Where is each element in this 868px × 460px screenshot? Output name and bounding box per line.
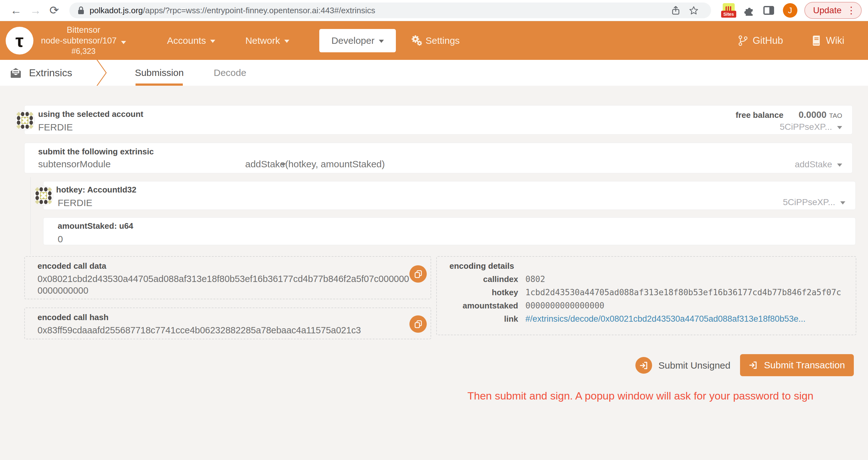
- menu-settings[interactable]: Settings: [411, 35, 460, 46]
- chevron-down-icon: [840, 201, 845, 204]
- share-icon[interactable]: [671, 6, 680, 15]
- url-bar[interactable]: polkadot.js.org/apps/?rpc=wss://entrypoi…: [69, 2, 711, 18]
- encoding-row-hotkey: hotkey 1cbd2d43530a44705ad088af313e18f80…: [440, 288, 850, 301]
- tab-bar: Extrinsics Submission Decode: [0, 60, 868, 86]
- page-title: Extrinsics: [29, 67, 72, 79]
- lock-icon: [78, 6, 85, 15]
- encoded-call-data-box: encoded call data 0x08021cbd2d43530a4470…: [24, 256, 431, 299]
- hotkey-param-value: FERDIE: [58, 198, 136, 208]
- method-dropdown[interactable]: addStake: [795, 159, 842, 169]
- update-label: Update: [813, 5, 841, 15]
- chevron-down-icon: [210, 40, 215, 43]
- chevron-down-icon: [379, 40, 384, 43]
- sidebar-toggle-icon[interactable]: [763, 6, 774, 15]
- hotkey-address-dropdown[interactable]: 5CiPPseXP...: [783, 197, 845, 207]
- chevron-down-icon: [121, 41, 126, 44]
- book-icon: [811, 36, 821, 46]
- copy-icon: [413, 269, 423, 279]
- amount-input[interactable]: 0: [58, 234, 133, 244]
- chevron-down-icon: [284, 40, 289, 43]
- encoding-row-callindex: callindex 0802: [440, 274, 850, 288]
- bookmark-star-icon[interactable]: [689, 6, 699, 15]
- free-balance-value: 0.0000: [799, 110, 827, 120]
- sign-in-icon: [636, 357, 652, 374]
- amount-param-card: amountStaked: u64 0: [43, 218, 856, 245]
- forward-icon[interactable]: →: [30, 5, 41, 16]
- update-button[interactable]: Update ⋮: [804, 2, 862, 19]
- decode-link[interactable]: #/extrinsics/decode/0x08021cbd2d43530a44…: [525, 314, 806, 324]
- encoded-call-data-label: encoded call data: [37, 261, 106, 271]
- account-address-dropdown[interactable]: 5CiPPseXP...: [780, 122, 842, 132]
- node-name[interactable]: node-subtensor/107: [38, 36, 129, 46]
- app-header: τ Bittensor node-subtensor/107 #6,323 Ac…: [0, 21, 868, 60]
- amount-param-label: amountStaked: u64: [58, 221, 133, 231]
- copy-call-data-button[interactable]: [409, 265, 427, 283]
- menu-accounts[interactable]: Accounts: [167, 35, 215, 46]
- sites-extension-label: Sites: [721, 11, 736, 18]
- extensions-puzzle-icon[interactable]: [744, 5, 754, 16]
- browser-window: ← → ⟳ polkadot.js.org/apps/?rpc=wss://en…: [0, 0, 868, 460]
- encoding-details-box: encoding details callindex 0802 hotkey 1…: [436, 256, 856, 335]
- tab-decode[interactable]: Decode: [214, 60, 246, 86]
- encoded-call-hash-box: encoded call hash 0x83ff59cdaaafd2556877…: [24, 307, 431, 339]
- account-name: FERDIE: [38, 122, 144, 133]
- sign-in-icon: [749, 361, 758, 369]
- main-menu: Accounts Network Developer: [167, 29, 490, 52]
- git-branch-icon: [738, 35, 748, 46]
- encoded-call-hash-value: 0x83ff59cdaaafd255687718c7741cce4b062328…: [37, 325, 412, 336]
- block-number: #6,323: [38, 46, 129, 56]
- reload-icon[interactable]: ⟳: [50, 5, 59, 16]
- url-path: /apps/?rpc=wss://entrypoint-finney.opent…: [143, 6, 375, 15]
- profile-avatar[interactable]: J: [783, 3, 797, 18]
- wiki-link[interactable]: Wiki: [811, 35, 844, 46]
- balance-unit: TAO: [829, 112, 842, 120]
- copy-icon: [413, 320, 423, 329]
- bittensor-logo[interactable]: τ: [6, 27, 33, 55]
- instruction-note: Then submit and sign. A popup window wil…: [436, 390, 845, 402]
- account-section-label: using the selected account: [38, 109, 144, 119]
- hotkey-param-label: hotkey: AccountId32: [56, 185, 136, 195]
- encoding-row-amountstaked: amountstaked 0000000000000000: [440, 301, 850, 314]
- method-signature: addStake(hotkey, amountStaked): [245, 159, 385, 169]
- encoded-call-hash-label: encoded call hash: [37, 313, 108, 322]
- sites-extension-icon[interactable]: Sites: [721, 3, 736, 18]
- chevron-down-icon: [837, 164, 842, 167]
- hotkey-identicon: [33, 186, 54, 206]
- encoding-row-link: link #/extrinsics/decode/0x08021cbd2d435…: [440, 314, 850, 327]
- submit-unsigned-button[interactable]: Submit Unsigned: [636, 357, 730, 374]
- free-balance-label: free balance: [736, 110, 783, 120]
- back-icon[interactable]: ←: [10, 5, 22, 16]
- encoding-details-title: encoding details: [450, 261, 514, 271]
- hotkey-param-card: hotkey: AccountId32 FERDIE 5CiPPseXP...: [43, 181, 856, 210]
- extrinsics-envelope-icon: [9, 67, 22, 78]
- url-domain: polkadot.js.org: [90, 6, 143, 15]
- tab-submission[interactable]: Submission: [135, 60, 184, 86]
- selected-account-card: using the selected account FERDIE free b…: [24, 105, 852, 135]
- extrinsic-section-label: submit the following extrinsic: [38, 147, 154, 157]
- chevron-separator: [95, 60, 108, 86]
- network-selector[interactable]: Bittensor node-subtensor/107 #6,323: [38, 25, 129, 56]
- account-identicon: [15, 110, 35, 130]
- header-links: GitHub Wiki: [738, 35, 844, 46]
- menu-network[interactable]: Network: [245, 35, 289, 46]
- gear-icon: [411, 35, 422, 46]
- encoded-call-data-value: 0x08021cbd2d43530a44705ad088af313e18f80b…: [37, 273, 412, 296]
- github-link[interactable]: GitHub: [738, 35, 783, 46]
- chevron-down-icon: [837, 126, 842, 129]
- copy-call-hash-button[interactable]: [409, 316, 427, 333]
- extrinsic-card: submit the following extrinsic subtensor…: [24, 143, 852, 173]
- chain-name: Bittensor: [38, 25, 129, 36]
- sites-extension-art: [723, 3, 735, 11]
- menu-developer[interactable]: Developer: [319, 29, 396, 52]
- menu-kebab-icon[interactable]: ⋮: [846, 6, 856, 15]
- submit-transaction-button[interactable]: Submit Transaction: [740, 354, 854, 376]
- browser-toolbar: ← → ⟳ polkadot.js.org/apps/?rpc=wss://en…: [0, 0, 868, 21]
